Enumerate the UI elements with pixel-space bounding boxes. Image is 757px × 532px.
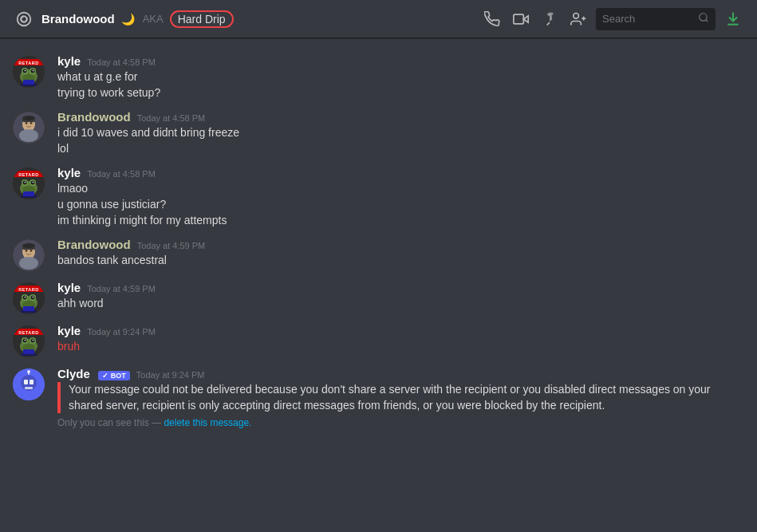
- svg-text:RETARD: RETARD: [18, 330, 39, 335]
- message-header: kyle Today at 4:58 PM: [57, 54, 744, 68]
- nickname-label[interactable]: Hard Drip: [170, 10, 234, 28]
- svg-rect-64: [23, 306, 34, 311]
- avatar: RETARD: [13, 325, 45, 357]
- message-content: Brandowood Today at 4:59 PM bandos tank …: [57, 238, 744, 271]
- message-username: kyle: [57, 324, 81, 337]
- message-text: lol: [57, 141, 744, 157]
- message-content: kyle Today at 9:24 PM bruh: [57, 324, 744, 357]
- message-header: Brandowood Today at 4:59 PM: [57, 238, 744, 251]
- message-username: kyle: [57, 281, 81, 294]
- table-row: Clyde ✓ BOT Today at 9:24 PM Your messag…: [0, 364, 757, 433]
- svg-rect-3: [514, 14, 524, 24]
- svg-rect-82: [25, 387, 33, 389]
- message-header: kyle Today at 4:58 PM: [57, 166, 744, 179]
- avatar: RETARD: [13, 167, 45, 199]
- clyde-avatar-svg: [13, 368, 45, 400]
- message-text-bruh: bruh: [57, 339, 744, 355]
- svg-point-31: [22, 116, 35, 120]
- table-row: RETARD kyle Today at 9:24 PM bruh: [0, 321, 757, 361]
- message-header: Brandowood Today at 4:58 PM: [57, 110, 744, 124]
- messages-area: RETARD kyle Today at 4:58 PM: [0, 38, 757, 532]
- message-timestamp: Today at 4:58 PM: [87, 57, 156, 67]
- brandowood-avatar-svg: [13, 112, 45, 144]
- message-username: kyle: [57, 54, 81, 68]
- message-content: kyle Today at 4:58 PM lmaoo u gonna use …: [57, 166, 744, 228]
- message-text: i did 10 waves and didnt bring freeze: [57, 125, 744, 141]
- svg-point-60: [25, 297, 26, 298]
- svg-point-27: [19, 129, 38, 142]
- svg-rect-77: [23, 349, 34, 354]
- phone-icon[interactable]: [481, 8, 503, 30]
- header-left: Brandowood 🌙 AKA Hard Drip: [13, 8, 234, 30]
- svg-point-21: [33, 70, 34, 72]
- dm-at-icon: [13, 8, 35, 30]
- clyde-avatar: [13, 368, 45, 400]
- delete-message-link[interactable]: delete this message.: [164, 417, 251, 428]
- message-text: Your message could not be delivered beca…: [69, 382, 744, 413]
- message-content: kyle Today at 4:58 PM what u at g.e for …: [57, 54, 744, 100]
- avatar: RETARD: [13, 56, 45, 88]
- svg-rect-24: [23, 80, 34, 85]
- table-row: RETARD kyle Today at 4:59 PM ahh word: [0, 278, 757, 317]
- svg-point-74: [33, 340, 34, 341]
- download-icon[interactable]: [722, 8, 744, 30]
- svg-text:RETARD: RETARD: [18, 287, 39, 292]
- kyle-avatar-svg: RETARD: [13, 56, 45, 88]
- video-icon[interactable]: [510, 8, 532, 30]
- kyle-avatar-svg: RETARD: [13, 282, 45, 314]
- message-header: Clyde ✓ BOT Today at 9:24 PM: [57, 367, 744, 380]
- message-username: Clyde: [57, 367, 90, 380]
- svg-marker-2: [523, 15, 528, 22]
- message-text: u gonna use justiciar?: [57, 197, 744, 213]
- message-text: what u at g.e for: [57, 69, 744, 85]
- svg-rect-81: [30, 380, 34, 384]
- avatar: [13, 112, 45, 144]
- message-timestamp: Today at 9:24 PM: [136, 370, 205, 380]
- svg-point-73: [25, 340, 26, 341]
- header-username: Brandowood: [41, 12, 115, 26]
- aka-label: AKA: [143, 13, 164, 25]
- message-text: lmaoo: [57, 181, 744, 197]
- svg-line-4: [547, 22, 550, 25]
- header-icons: [481, 8, 744, 30]
- brandowood-avatar-svg: [13, 239, 45, 271]
- message-timestamp: Today at 4:59 PM: [137, 241, 206, 250]
- search-box[interactable]: [596, 8, 716, 30]
- table-row: Brandowood Today at 4:59 PM bandos tank …: [0, 234, 757, 274]
- svg-text:RETARD: RETARD: [18, 61, 39, 65]
- message-username: kyle: [57, 166, 81, 179]
- svg-point-1: [18, 12, 31, 26]
- bot-badge: ✓ BOT: [98, 371, 130, 380]
- svg-point-8: [700, 14, 707, 21]
- table-row: RETARD kyle Today at 4:58 PM lmaoo u gon…: [0, 163, 757, 231]
- svg-point-47: [19, 257, 38, 270]
- svg-point-5: [574, 13, 579, 18]
- bot-badge-check: ✓: [102, 372, 108, 380]
- message-text: im thinking i might for my attempts: [57, 213, 744, 229]
- message-timestamp: Today at 4:59 PM: [87, 284, 156, 294]
- moon-emoji: 🌙: [121, 13, 135, 26]
- avatar: RETARD: [13, 282, 45, 314]
- kyle-avatar-svg: RETARD: [13, 325, 45, 357]
- message-text: trying to work setup?: [57, 85, 744, 101]
- message-content: Clyde ✓ BOT Today at 9:24 PM Your messag…: [57, 367, 744, 430]
- pin-icon[interactable]: [538, 8, 561, 30]
- message-timestamp: Today at 4:58 PM: [137, 113, 206, 123]
- svg-point-51: [22, 243, 35, 248]
- search-input[interactable]: [602, 13, 693, 25]
- svg-point-41: [33, 182, 34, 183]
- system-note: Only you can see this — delete this mess…: [57, 416, 744, 430]
- avatar: [13, 239, 45, 271]
- svg-point-84: [27, 370, 30, 373]
- svg-rect-80: [24, 380, 28, 384]
- message-username: Brandowood: [57, 110, 131, 124]
- svg-rect-44: [23, 191, 34, 196]
- table-row: RETARD kyle Today at 4:58 PM: [0, 51, 757, 104]
- add-user-icon[interactable]: [567, 8, 589, 30]
- message-username: Brandowood: [57, 238, 131, 251]
- svg-point-20: [25, 70, 26, 72]
- message-timestamp: Today at 4:58 PM: [87, 169, 156, 179]
- message-timestamp: Today at 9:24 PM: [87, 327, 156, 337]
- svg-point-40: [25, 182, 26, 183]
- search-icon: [698, 12, 709, 26]
